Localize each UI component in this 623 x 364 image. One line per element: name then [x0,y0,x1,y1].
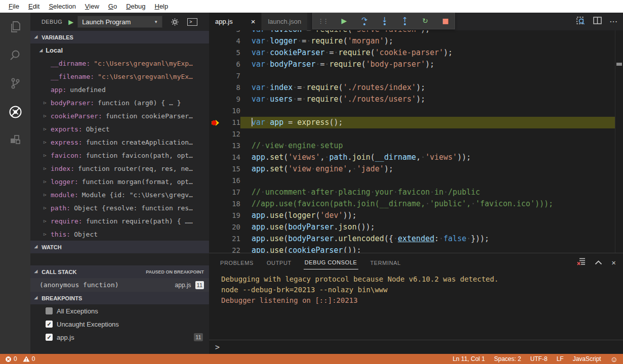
scrollbar-thumb[interactable] [616,63,622,66]
line-code[interactable]: var·app·=·express(); [240,117,615,128]
breakpoint-paused-icon[interactable] [211,119,221,126]
line-code[interactable]: //app.use(favicon(path.join(__dirname,·'… [240,198,615,210]
breakpoint-checkbox[interactable] [46,307,53,314]
split-editor-icon[interactable] [593,17,602,26]
variable-row-__filename[interactable]: __filename:"c:\Users\gregvanl\myEx… [30,70,209,83]
menu-item-selection[interactable]: Selection [44,3,80,10]
breakpoint-checkbox[interactable]: ✓ [46,334,53,341]
breakpoint-margin[interactable] [209,117,222,128]
variable-row-this[interactable]: ▷this:Object [30,228,209,241]
launch-configuration-dropdown[interactable]: Launch Program ▼ [77,16,162,28]
warnings-indicator[interactable]: 0 [23,355,35,362]
line-code[interactable] [240,175,615,187]
maximize-panel-icon[interactable] [595,258,602,267]
status-encoding[interactable]: UTF-8 [530,355,548,362]
breakpoint-margin[interactable] [209,70,222,82]
line-code[interactable]: var·index·=·require('./routes/index'); [240,82,615,94]
variable-row-index[interactable]: ▷index:function router(req, res, ne… [30,162,209,175]
status-cursor-position[interactable]: Ln 11, Col 1 [452,355,485,362]
menu-item-edit[interactable]: Edit [24,3,44,10]
breakpoint-margin[interactable] [209,105,222,117]
line-code[interactable]: //·view·engine·setup [240,140,615,152]
panel-tab-problems[interactable]: PROBLEMS [219,255,255,269]
editor-scrollbar[interactable] [615,30,623,253]
configure-gear-icon[interactable] [171,18,179,26]
search-icon[interactable] [8,48,22,62]
menu-item-go[interactable]: Go [104,3,121,10]
variable-row-exports[interactable]: ▷exports:Object [30,122,209,135]
continue-button[interactable]: ▶ [340,18,348,24]
breakpoint-margin[interactable] [209,198,222,210]
breakpoint-row-app-js[interactable]: ✓app.js11 [30,331,209,344]
status-eol[interactable]: LF [557,355,564,362]
variable-row-__dirname[interactable]: __dirname:"c:\Users\gregvanl\myExp… [30,57,209,70]
panel-tab-debug-console[interactable]: DEBUG CONSOLE [304,255,358,269]
extensions-icon[interactable] [8,133,22,147]
clear-console-icon[interactable] [577,257,586,267]
panel-tab-terminal[interactable]: TERMINAL [369,255,402,269]
breakpoint-margin[interactable] [209,152,222,163]
more-actions-icon[interactable]: ··· [610,18,618,25]
line-code[interactable]: app.use(bodyParser.json()); [240,221,615,233]
breakpoint-margin[interactable] [209,47,222,59]
line-code[interactable]: app.set('view·engine',·'jade'); [240,163,615,175]
line-code[interactable]: var·cookieParser·=·require('cookie-parse… [240,47,615,59]
code-editor[interactable]: 3var·favicon·=·require('serve-favicon');… [209,30,623,253]
close-panel-icon[interactable]: × [611,258,616,267]
variables-section-header[interactable]: ◢ VARIABLES [30,31,209,43]
breakpoint-margin[interactable] [209,94,222,105]
restart-button[interactable]: ↻ [421,18,429,24]
breakpoint-margin[interactable] [209,35,222,47]
breakpoint-margin[interactable] [209,163,222,175]
call-stack-frame[interactable]: (anonymous function) app.js 11 [30,278,209,292]
variable-row-path[interactable]: ▷path:Object {resolve: function res… [30,201,209,214]
debug-icon[interactable] [8,105,22,119]
line-code[interactable] [240,105,615,117]
step-out-button[interactable]: ↑ [401,17,409,25]
breakpoint-margin[interactable] [209,30,222,35]
breakpoint-margin[interactable] [209,221,222,233]
source-control-icon[interactable] [8,76,22,90]
line-code[interactable]: var·users·=·require('./routes/users'); [240,94,615,105]
explorer-icon[interactable] [8,20,22,34]
stop-button[interactable]: ■ [441,18,449,24]
watch-section-header[interactable]: ◢ WATCH [30,241,209,253]
line-code[interactable]: var·favicon·=·require('serve-favicon'); [240,30,615,35]
breakpoint-margin[interactable] [209,210,222,221]
start-debug-button[interactable]: ▶ [68,18,73,26]
status-language[interactable]: JavaScript [573,355,601,362]
breakpoints-section-header[interactable]: ◢ BREAKPOINTS [30,292,209,304]
step-into-button[interactable]: ↓ [381,17,389,25]
toolbar-drag-grip[interactable]: ⋮⋮ [318,18,328,25]
breakpoint-margin[interactable] [209,59,222,70]
menu-item-debug[interactable]: Debug [121,3,150,10]
variable-row-require[interactable]: ▷require:function require(path) { …… [30,214,209,228]
breakpoint-margin[interactable] [209,233,222,245]
panel-tab-output[interactable]: OUTPUT [266,255,293,269]
breakpoint-checkbox[interactable]: ✓ [46,321,53,328]
menu-item-help[interactable]: Help [150,3,173,10]
breakpoint-row-all-exceptions[interactable]: All Exceptions [30,304,209,317]
open-debug-console-icon[interactable]: > [187,18,197,26]
variable-row-bodyParser[interactable]: ▷bodyParser:function (arg0) { … } [30,96,209,109]
menu-item-file[interactable]: File [4,3,24,10]
variable-row-app[interactable]: app:undefined [30,83,209,96]
variable-row-cookieParser[interactable]: ▷cookieParser:function cookieParser… [30,109,209,122]
breakpoint-row-uncaught-exceptions[interactable]: ✓Uncaught Exceptions [30,317,209,331]
line-code[interactable]: var·logger·=·require('morgan'); [240,35,615,47]
breakpoint-margin[interactable] [209,128,222,140]
call-stack-section-header[interactable]: ◢ CALL STACK PAUSED ON BREAKPOINT [30,265,209,278]
line-code[interactable]: app.use(logger('dev')); [240,210,615,221]
line-code[interactable]: var·bodyParser·=·require('body-parser'); [240,59,615,70]
variable-row-logger[interactable]: ▷logger:function morgan(format, opt… [30,175,209,188]
feedback-smiley-icon[interactable]: ☺ [610,355,618,363]
find-in-file-icon[interactable] [576,16,585,27]
variable-row-module[interactable]: ▷module:Module {id: "c:\Users\gregv… [30,188,209,201]
tab-app.js[interactable]: app.js× [209,13,261,30]
line-code[interactable]: app.use(cookieParser()); [240,245,615,253]
step-over-button[interactable]: ↷ [360,17,368,25]
errors-indicator[interactable]: 0 [5,355,17,362]
breakpoint-margin[interactable] [209,140,222,152]
line-code[interactable]: app.use(bodyParser.urlencoded({·extended… [240,233,615,245]
line-code[interactable]: app.set('views',·path.join(__dirname,·'v… [240,152,615,163]
